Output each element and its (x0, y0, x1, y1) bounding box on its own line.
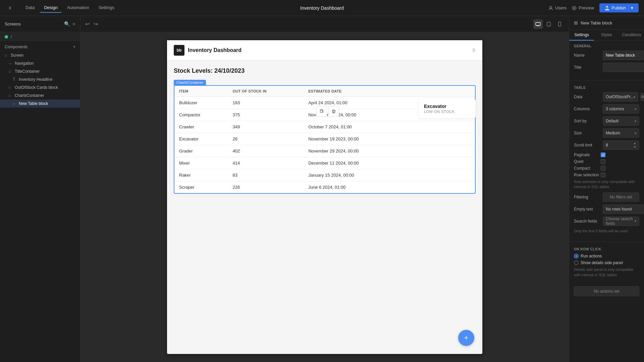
table-row[interactable]: Grader 402 November 29 2024, 00:00 (174, 145, 475, 157)
tree-newtable-label: New Table block (19, 101, 48, 106)
add-screen-icon[interactable]: + (72, 21, 75, 27)
tab-conditions[interactable]: Conditions (619, 30, 644, 41)
cell-out-of-stock: 375 (228, 109, 304, 121)
divider-2 (569, 242, 644, 242)
tree-outofstock[interactable]: □ OutOfStock Cards block (0, 83, 80, 92)
screens-header: Screens 🔍 + (0, 16, 80, 32)
cell-out-of-stock: 83 (228, 169, 304, 181)
cell-out-of-stock: 349 (228, 121, 304, 133)
app-dots[interactable]: ⠿ (472, 48, 476, 53)
on-row-click-section: ON ROW CLICK Run actions Show details si… (569, 244, 644, 284)
show-details-radio[interactable] (574, 260, 579, 265)
filtering-label: Filtering (574, 195, 601, 199)
outofstock-tree-icon: □ (9, 86, 13, 89)
name-field-row: Name (574, 51, 639, 60)
empty-text-wrap: ⚡ (603, 204, 644, 214)
table-row[interactable]: Mixer 414 December 11 2024, 00:00 (174, 157, 475, 169)
users-button[interactable]: Users (548, 5, 567, 10)
tree-headline-label: Inventory Headline (19, 77, 52, 82)
desktop-view-button[interactable] (533, 19, 543, 29)
svg-rect-5 (320, 110, 323, 113)
table-row[interactable]: Scraper 226 June 6 2024, 01:00 (174, 181, 475, 193)
scroll-limit-label: Scroll limit (574, 143, 601, 147)
row-selection-checkbox[interactable] (601, 173, 605, 177)
spin-up-button[interactable]: ▲ (633, 141, 636, 145)
tree-charts-container[interactable]: □ ChartsContainer (0, 92, 80, 100)
page-title: Inventory Dashboard (300, 5, 344, 11)
screen-item[interactable]: / (0, 32, 80, 41)
nav-tree-icon: — (9, 62, 13, 65)
tree-new-table-block[interactable]: □ New Table block (0, 100, 80, 108)
delete-button[interactable] (328, 106, 339, 117)
canvas-toolbar: ↩ ↪ (80, 16, 569, 32)
stock-levels-title: Stock Levels: 24/10/2023 (174, 67, 476, 74)
nav-data[interactable]: Data (21, 3, 39, 13)
cell-estimated-date: November 19 2023, 00:00 (304, 133, 408, 145)
nav-settings[interactable]: Settings (95, 3, 118, 13)
cell-empty (408, 181, 475, 193)
cell-item: Raker (174, 169, 228, 181)
row-selection-hint: Row selection is only compatible with in… (574, 179, 639, 190)
spin-down-button[interactable]: ▼ (633, 145, 636, 149)
paginate-checkbox[interactable] (601, 153, 605, 157)
general-label: GENERAL (574, 44, 639, 48)
fab-button[interactable]: + (458, 330, 474, 346)
quiet-label: Quiet (574, 159, 601, 164)
name-input[interactable] (603, 51, 644, 60)
cell-item: Mixer (174, 157, 228, 169)
table-row[interactable]: Crawler 349 October 7 2024, 01:00 (174, 121, 475, 133)
size-select-value: Medium (606, 131, 620, 135)
add-component-icon[interactable]: + (73, 45, 75, 49)
search-icon[interactable]: 🔍 (64, 21, 70, 27)
compact-label: Compact (574, 166, 601, 171)
data-gear-button[interactable]: ⚙ (640, 93, 644, 101)
tree-navigation[interactable]: — Navigation (0, 59, 80, 67)
show-details-label: Show details side panel (581, 260, 623, 265)
cell-item: Compactor (174, 109, 228, 121)
row-selection-row: Row selection (574, 173, 639, 177)
tree-inventory-headline[interactable]: T Inventory Headline (0, 75, 80, 83)
title-input[interactable] (603, 63, 644, 72)
preview-button[interactable]: Preview (572, 5, 594, 10)
sortby-select[interactable]: Default ▾ (603, 116, 639, 126)
right-sidebar-title: New Table block (581, 20, 612, 25)
cell-item: Crawler (174, 121, 228, 133)
col-estimated-date: ESTIMATED DATE (304, 86, 408, 97)
size-select[interactable]: Medium ▾ (603, 128, 639, 138)
excavator-card: Excavator LOW ON STOCK (419, 99, 476, 118)
publish-button[interactable]: Publish ▾ (599, 3, 639, 12)
table-section: TABLE Data OutOfStockPr... ▾ ⚙ Columns 3… (569, 82, 644, 240)
columns-select[interactable]: 3 columns ▾ (603, 104, 639, 114)
search-fields-select[interactable]: Choose search fields ▾ (603, 217, 639, 226)
undo-button[interactable]: ↩ (85, 21, 90, 27)
screen-tree-icon: □ (5, 54, 9, 57)
tablet-view-button[interactable] (544, 19, 553, 29)
search-fields-label: Search fields (574, 219, 601, 224)
compact-checkbox[interactable] (601, 166, 605, 171)
tree-title-container[interactable]: □ TitleContainer (0, 67, 80, 75)
empty-text-input[interactable] (603, 204, 644, 214)
sortby-select-arrow: ▾ (635, 119, 636, 123)
table-row[interactable]: Excavator 26 November 19 2023, 00:00 (174, 133, 475, 145)
tab-settings[interactable]: Settings (569, 30, 594, 41)
tree-screen[interactable]: □ Screen (0, 51, 80, 59)
svg-point-0 (550, 6, 552, 8)
size-select-arrow: ▾ (635, 131, 636, 135)
col-out-of-stock: OUT OF STOCK IN (228, 86, 304, 97)
cell-empty (408, 169, 475, 181)
nav-design[interactable]: Design (40, 3, 61, 13)
run-actions-radio[interactable] (574, 254, 579, 258)
redo-button[interactable]: ↪ (94, 21, 98, 27)
quiet-checkbox[interactable] (601, 159, 605, 164)
copy-button[interactable] (316, 106, 327, 117)
back-button[interactable] (5, 3, 15, 13)
right-sidebar: ⊞ New Table block Settings Styles Condit… (569, 16, 644, 362)
data-select[interactable]: OutOfStockPr... ▾ (603, 92, 638, 102)
scroll-limit-input[interactable]: 8 ▲ ▼ (603, 140, 639, 150)
tab-styles[interactable]: Styles (594, 30, 619, 41)
filtering-button[interactable]: No filters set (603, 192, 639, 202)
scroll-spinners: ▲ ▼ (633, 141, 636, 149)
nav-automation[interactable]: Automation (63, 3, 93, 13)
table-row[interactable]: Raker 83 January 15 2024, 00:00 (174, 169, 475, 181)
mobile-view-button[interactable] (555, 19, 564, 29)
